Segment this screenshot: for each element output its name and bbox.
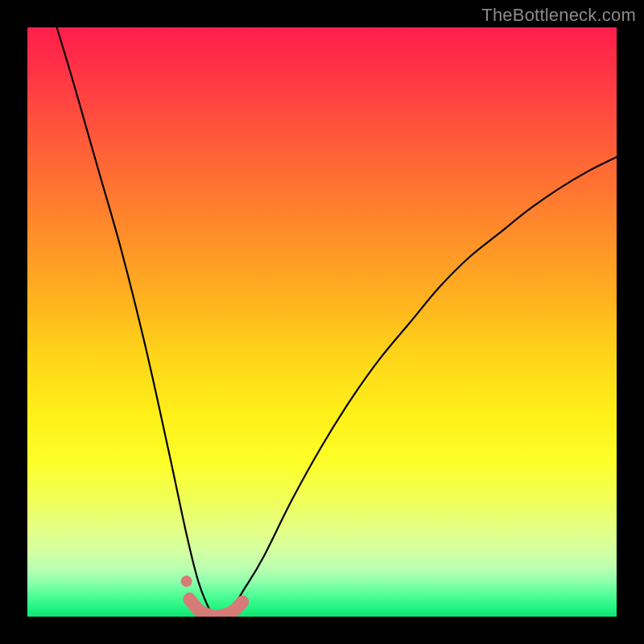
- bottleneck-curve: [57, 27, 617, 617]
- curve-layer: [27, 27, 617, 617]
- optimal-band-highlight: [189, 599, 242, 617]
- chart-frame: TheBottleneck.com: [0, 0, 644, 644]
- optimal-marker-dot: [181, 576, 192, 587]
- watermark-text: TheBottleneck.com: [481, 5, 636, 26]
- plot-area: [27, 27, 617, 617]
